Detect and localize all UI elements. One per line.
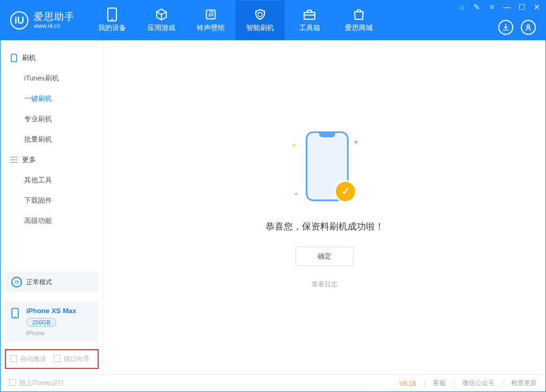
statusbar-left: 阻止iTunes运行 (9, 379, 64, 388)
toolbox-icon (303, 8, 316, 21)
window-controls: ⌂ ✎ ≡ — ☐ ✕ (458, 3, 541, 11)
tab-label: 爱思商城 (345, 23, 373, 33)
svg-point-7 (14, 316, 16, 317)
svg-rect-3 (304, 12, 315, 19)
sparkle-icon: ✦ (291, 141, 297, 150)
device-type: iPhone (26, 330, 76, 336)
sidebar-section-title: 刷机 (22, 53, 36, 63)
device-card[interactable]: iPhone XS Max 256GB iPhone (5, 301, 99, 342)
music-folder-icon (204, 8, 217, 21)
checkbox-label: 阻止iTunes运行 (19, 379, 64, 387)
device-info: iPhone XS Max 256GB iPhone (26, 307, 76, 336)
brand-subtitle: www.i4.cn (34, 23, 75, 29)
tab-label: 铃声壁纸 (197, 23, 225, 33)
tab-store[interactable]: 爱思商城 (334, 1, 383, 40)
checkbox-skip-guide[interactable]: 跳过向导 (54, 354, 90, 364)
tab-label: 智能刷机 (246, 23, 274, 33)
user-button[interactable] (521, 20, 536, 35)
phone-icon (10, 54, 18, 62)
tab-label: 我的设备 (98, 23, 126, 33)
maximize-button[interactable]: ☐ (518, 3, 526, 11)
mode-icon: ⟳ (11, 277, 22, 287)
sidebar-item-oneclick-flash[interactable]: 一键刷机 (1, 88, 103, 109)
success-message: 恭喜您，保资料刷机成功啦！ (265, 220, 384, 233)
statusbar: 阻止iTunes运行 V8.16 | 客服 | 微信公众号 | 检查更新 (1, 374, 545, 391)
sidebar-item-other-tools[interactable]: 其他工具 (1, 170, 103, 190)
close-button[interactable]: ✕ (533, 3, 541, 11)
statusbar-right: V8.16 | 客服 | 微信公众号 | 检查更新 (399, 379, 537, 388)
sidebar-section-title: 更多 (22, 155, 36, 165)
link-wechat[interactable]: 微信公众号 (462, 379, 495, 388)
list-icon (10, 156, 18, 164)
download-icon (502, 24, 510, 31)
user-icon (525, 24, 532, 31)
sidebar-item-itunes-flash[interactable]: iTunes刷机 (1, 68, 103, 88)
tab-smart-flash[interactable]: 智能刷机 (235, 1, 285, 40)
tab-apps-games[interactable]: 应用游戏 (137, 1, 186, 40)
sidebar-item-advanced[interactable]: 高级功能 (1, 211, 103, 231)
tab-label: 工具箱 (299, 23, 320, 33)
feedback-icon[interactable]: ✎ (473, 3, 481, 11)
brand-logo-icon: iU (10, 11, 28, 29)
sidebar-item-pro-flash[interactable]: 专业刷机 (1, 109, 103, 129)
refresh-shield-icon (254, 8, 267, 21)
success-illustration: ✦ ✦ ✦ ✓ (290, 126, 359, 206)
device-capacity: 256GB (26, 318, 56, 327)
mode-label: 正常模式 (26, 278, 52, 287)
svg-point-4 (527, 25, 530, 28)
checkbox-label: 跳过向导 (64, 355, 90, 363)
link-support[interactable]: 客服 (433, 379, 446, 388)
tab-ringtones-wallpapers[interactable]: 铃声壁纸 (186, 1, 235, 40)
separator: | (453, 380, 455, 387)
tab-my-device[interactable]: 我的设备 (87, 1, 137, 40)
brand-logo-text: iU (14, 15, 24, 26)
checkbox-icon (10, 355, 17, 362)
main-content: ✦ ✦ ✦ ✓ 恭喜您，保资料刷机成功啦！ 确定 查看日志 (104, 40, 545, 374)
checkbox-block-itunes[interactable]: 阻止iTunes运行 (9, 379, 64, 388)
sidebar-item-batch-flash[interactable]: 批量刷机 (1, 129, 103, 150)
app-window: iU 爱思助手 www.i4.cn 我的设备 应用游戏 (0, 0, 546, 392)
menu-icon[interactable]: ≡ (488, 3, 496, 11)
brand: iU 爱思助手 www.i4.cn (1, 1, 84, 40)
view-log-link[interactable]: 查看日志 (312, 280, 337, 289)
svg-point-1 (112, 19, 113, 20)
mode-card[interactable]: ⟳ 正常模式 (5, 271, 99, 293)
main-tabs: 我的设备 应用游戏 铃声壁纸 智能刷机 (87, 1, 383, 40)
bag-icon (352, 8, 365, 21)
checkbox-icon (54, 355, 61, 362)
sidebar-section-flash: 刷机 (1, 48, 103, 68)
sparkle-icon: ✦ (353, 138, 359, 146)
body: 刷机 iTunes刷机 一键刷机 专业刷机 批量刷机 更多 其他工具 下载固件 … (1, 40, 545, 374)
brand-text: 爱思助手 www.i4.cn (34, 12, 75, 29)
cube-icon (155, 8, 168, 21)
success-check-icon: ✓ (336, 182, 355, 201)
separator: | (502, 380, 504, 387)
link-check-update[interactable]: 检查更新 (511, 379, 537, 388)
minimize-button[interactable]: — (503, 3, 511, 11)
device-name: iPhone XS Max (26, 307, 76, 315)
checkbox-icon (9, 379, 16, 386)
device-phone-icon (11, 308, 21, 317)
sidebar-item-download-firmware[interactable]: 下载固件 (1, 190, 103, 211)
svg-rect-5 (11, 54, 17, 62)
checkbox-label: 自动激活 (20, 355, 46, 363)
ok-button[interactable]: 确定 (296, 247, 353, 266)
brand-title: 爱思助手 (34, 12, 75, 23)
checkbox-auto-activate[interactable]: 自动激活 (10, 354, 46, 364)
sparkle-icon: ✦ (294, 191, 298, 197)
device-icon (106, 8, 119, 21)
sidebar-section-more: 更多 (1, 150, 103, 170)
tab-toolbox[interactable]: 工具箱 (285, 1, 334, 40)
header-actions (498, 20, 536, 35)
separator: | (424, 380, 425, 387)
titlebar: iU 爱思助手 www.i4.cn 我的设备 应用游戏 (1, 1, 545, 40)
flash-options-highlight: 自动激活 跳过向导 (5, 349, 99, 369)
tab-label: 应用游戏 (147, 23, 175, 33)
shirt-icon[interactable]: ⌂ (458, 3, 466, 11)
download-button[interactable] (498, 20, 513, 35)
sidebar: 刷机 iTunes刷机 一键刷机 专业刷机 批量刷机 更多 其他工具 下载固件 … (1, 40, 104, 374)
version-label: V8.16 (399, 380, 416, 387)
